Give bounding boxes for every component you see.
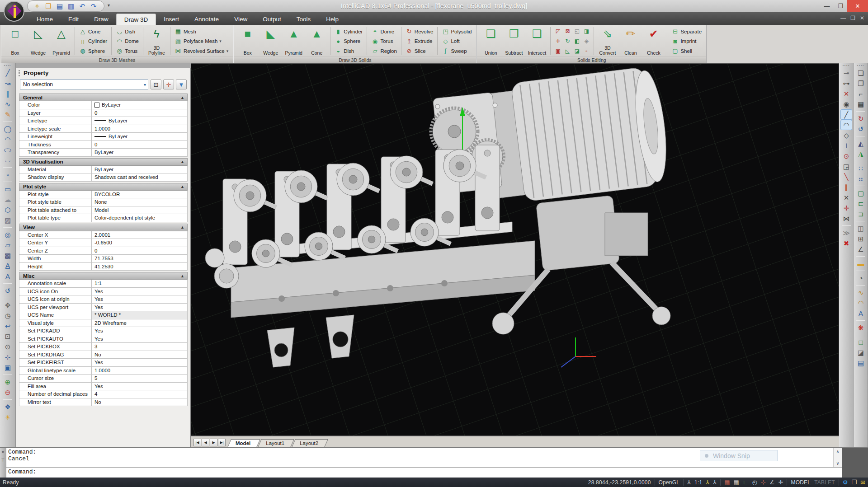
- ribbon-button-imprint[interactable]: ◙Imprint: [670, 37, 703, 46]
- ribbon-button-cylinder[interactable]: ▯Cylinder: [78, 37, 108, 46]
- ribbon-button-extrude[interactable]: ↥Extrude: [404, 37, 435, 46]
- stretch-button[interactable]: ∷: [855, 163, 867, 173]
- crosshair-toggle-icon[interactable]: ✛: [778, 479, 783, 486]
- rotate-faces-button[interactable]: ↻: [563, 37, 572, 46]
- clean-body-button[interactable]: ▫: [582, 47, 591, 56]
- annotation-autoscale-icon[interactable]: ⅄: [713, 479, 717, 486]
- zoom-in-button[interactable]: ⊕: [2, 377, 14, 387]
- move-faces-button[interactable]: ◱: [572, 27, 581, 36]
- entity-properties-button[interactable]: ▤: [855, 358, 867, 368]
- elliptical-arc-button[interactable]: ◡: [2, 155, 14, 165]
- delete-faces-button[interactable]: ⊠: [563, 27, 572, 36]
- menu-tab-tools[interactable]: Tools: [289, 14, 319, 25]
- property-value[interactable]: 2D Wireframe: [92, 319, 187, 327]
- section-header-plot-style[interactable]: Plot style▲: [19, 183, 188, 191]
- command-pin-icon[interactable]: ⊤: [1, 458, 5, 463]
- property-value[interactable]: Yes: [92, 335, 187, 343]
- color-faces-button[interactable]: ◈: [582, 37, 591, 46]
- property-value[interactable]: ByLayer: [92, 133, 187, 140]
- snap-insertion-button[interactable]: ◲: [840, 161, 852, 172]
- selection-dropdown[interactable]: No selection ▾: [20, 80, 148, 89]
- quick-access-customize-icon[interactable]: ▾: [108, 3, 110, 8]
- property-value[interactable]: ByLayer: [92, 117, 187, 125]
- minimize-button[interactable]: —: [820, 0, 834, 12]
- property-value[interactable]: 1.0000: [92, 125, 187, 133]
- rotate-reference-button[interactable]: ↺: [855, 124, 867, 134]
- ribbon-button-loft[interactable]: ◇Loft: [440, 37, 473, 46]
- property-value[interactable]: 0: [92, 247, 187, 255]
- zoom-window-button[interactable]: ⊡: [2, 331, 14, 342]
- edit-text-button[interactable]: A: [855, 308, 867, 318]
- boundary-button[interactable]: □: [855, 337, 867, 347]
- section-header-misc[interactable]: Misc▲: [19, 272, 188, 280]
- pan-button[interactable]: ✥: [2, 300, 14, 310]
- property-value[interactable]: Yes: [92, 383, 187, 390]
- command-close-icon[interactable]: ✕: [1, 450, 5, 454]
- snap-node-button[interactable]: ⊙: [840, 151, 852, 161]
- mail-notification-icon[interactable]: ✉: [860, 479, 865, 486]
- taper-faces-button[interactable]: ◧: [572, 37, 581, 46]
- mirror-button[interactable]: ◭: [855, 138, 867, 149]
- ribbon-button-polyface-mesh[interactable]: ▧Polyface Mesh▾: [173, 37, 230, 46]
- ribbon-button-sphere[interactable]: ●Sphere: [333, 37, 364, 46]
- ribbon-button-intersect[interactable]: ❑Intersect: [525, 26, 548, 56]
- toolbar-grip[interactable]: ▪▪▪▪: [857, 64, 865, 68]
- revision-cloud-button[interactable]: ☁: [2, 194, 14, 205]
- property-value[interactable]: 1:1: [92, 280, 187, 287]
- snap-center-button[interactable]: ◉: [840, 99, 852, 109]
- snap-run-button[interactable]: ≫: [840, 228, 852, 238]
- viewports-button[interactable]: ⊞: [855, 234, 867, 244]
- window-cascade-icon[interactable]: ❐: [851, 479, 857, 486]
- snap-from-button[interactable]: ╲: [840, 172, 852, 182]
- select-entities-button[interactable]: ⊡: [151, 80, 161, 89]
- scroll-up-icon[interactable]: ∧: [836, 449, 839, 454]
- ribbon-button-torus[interactable]: ◎Torus: [114, 46, 140, 56]
- polygon-button[interactable]: ⬡: [2, 205, 14, 215]
- next-tab-button[interactable]: ▶: [210, 439, 217, 446]
- render-light-button[interactable]: ☀: [2, 412, 14, 422]
- fillet-button[interactable]: ◔: [855, 273, 867, 283]
- property-value[interactable]: No: [92, 398, 187, 406]
- ribbon-button-shell[interactable]: ▢Shell: [670, 46, 703, 56]
- region-button[interactable]: ▱: [2, 240, 14, 250]
- ribbon-button-dome[interactable]: ◓Dome: [370, 27, 398, 36]
- edit-spline-button[interactable]: ∿: [855, 287, 867, 298]
- property-value[interactable]: 0: [92, 141, 187, 149]
- snap-tangent-button[interactable]: ◠: [840, 120, 852, 130]
- circle-button[interactable]: ◯: [2, 124, 14, 134]
- menu-tab-edit[interactable]: Edit: [61, 14, 86, 25]
- ribbon-button-revolved-surface[interactable]: ⋈Revolved Surface▾: [173, 46, 230, 56]
- menu-tab-home[interactable]: Home: [29, 14, 61, 25]
- tab-model[interactable]: Model: [229, 439, 259, 447]
- ribbon-button-sweep[interactable]: ∫Sweep: [440, 46, 473, 56]
- save-file-button[interactable]: ▤: [55, 1, 65, 11]
- double-line-button[interactable]: ∥: [2, 89, 14, 99]
- open-file-button[interactable]: ❒: [43, 1, 53, 11]
- zoom-extents-button[interactable]: ❖: [2, 402, 14, 412]
- mdi-restore-button[interactable]: ❐: [850, 15, 855, 21]
- snap-midpoint-2points-button[interactable]: ⋈: [840, 213, 852, 224]
- snap-nearest-button[interactable]: ╱: [840, 109, 852, 120]
- toolbar-grip[interactable]: ▪▪▪▪: [4, 64, 12, 68]
- ribbon-button-union[interactable]: ❏Union: [479, 26, 502, 56]
- etrack-toggle-icon[interactable]: ∠: [769, 479, 775, 486]
- polyline-button[interactable]: ↝: [2, 78, 14, 89]
- polar-toggle-icon[interactable]: ◴: [752, 479, 757, 486]
- ribbon-button-region[interactable]: ▱Region: [370, 46, 398, 56]
- property-value[interactable]: None: [92, 198, 187, 206]
- snap-endpoint-button[interactable]: ⊸: [840, 68, 852, 78]
- snap-quadrant-button[interactable]: ◇: [840, 130, 852, 140]
- toolbar-grip[interactable]: ▪▪▪▪: [843, 64, 850, 68]
- zoom-object-button[interactable]: ▣: [2, 362, 14, 373]
- mdi-close-button[interactable]: ✕: [860, 15, 864, 21]
- ribbon-button-dome[interactable]: ◠Dome: [114, 37, 140, 46]
- menu-tab-output[interactable]: Output: [255, 14, 289, 25]
- first-tab-button[interactable]: |◀: [193, 439, 201, 446]
- property-value[interactable]: Yes: [92, 288, 187, 295]
- freehand-sketch-button[interactable]: ✎: [2, 109, 14, 120]
- property-value[interactable]: Shadows cast and received: [92, 173, 187, 181]
- ribbon-button-check[interactable]: ✔Check: [642, 26, 665, 56]
- collapse-icon[interactable]: ▲: [180, 225, 184, 229]
- copy-multiple-button[interactable]: ❐: [855, 78, 867, 89]
- ribbon-button-cone[interactable]: ▲Cone: [305, 26, 328, 56]
